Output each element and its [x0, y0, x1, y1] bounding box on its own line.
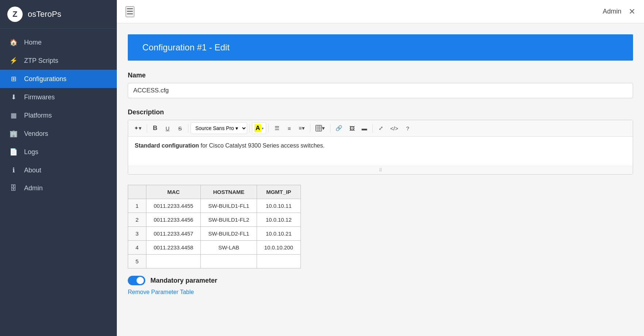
table-row: 5: [128, 255, 301, 268]
sidebar-logo: Z osTeroPs: [0, 0, 117, 29]
cell-0-1[interactable]: 0011.2233.4455: [146, 199, 201, 213]
toolbar-separator-5: [310, 124, 310, 133]
cell-1-0: 2: [128, 213, 146, 227]
cell-4-2[interactable]: [201, 255, 257, 268]
sidebar-item-vendors[interactable]: 🏢Vendors: [0, 125, 117, 143]
sidebar-item-logs[interactable]: 📄Logs: [0, 143, 117, 161]
mandatory-label: Mandatory parameter: [150, 277, 217, 285]
link-button[interactable]: 🔗: [333, 122, 345, 134]
name-label: Name: [128, 72, 633, 79]
sidebar-label-platforms: Platforms: [24, 112, 52, 119]
ztp-scripts-icon: ⚡: [9, 57, 18, 65]
bullet-list-button[interactable]: ☰: [271, 122, 283, 134]
app-title: osTeroPs: [28, 9, 61, 19]
cell-4-1[interactable]: [146, 255, 201, 268]
editor-normal-text: for Cisco Catalyst 9300 Series access sw…: [199, 142, 325, 149]
close-button[interactable]: ✕: [629, 7, 635, 16]
sidebar-label-vendors: Vendors: [24, 130, 48, 138]
name-group: Name: [128, 72, 633, 98]
editor-bold-text: Standard configuration: [135, 142, 199, 149]
hamburger-button[interactable]: ☰: [126, 6, 134, 17]
table-header-2: HOSTNAME: [201, 185, 257, 199]
media-button[interactable]: ▬: [359, 122, 370, 134]
cell-2-1[interactable]: 0011.2233.4457: [146, 227, 201, 241]
mandatory-toggle[interactable]: [128, 276, 145, 285]
table-header-0: [128, 185, 146, 199]
logo-icon: Z: [7, 7, 23, 22]
align-button[interactable]: ≡▾: [296, 122, 308, 134]
cell-0-3[interactable]: 10.0.10.11: [257, 199, 300, 213]
cell-3-3[interactable]: 10.0.10.200: [257, 241, 300, 255]
topbar: ☰ Admin ✕: [117, 0, 644, 23]
editor-toolbar: ✦▾ B U S Source Sans Pro ▾ A ▾ ☰: [128, 120, 633, 137]
about-icon: ℹ: [9, 166, 18, 174]
cell-0-0: 1: [128, 199, 146, 213]
edit-form: Name Description ✦▾ B U S Source Sans Pr…: [117, 72, 644, 295]
sidebar-label-logs: Logs: [24, 148, 38, 156]
bold-button[interactable]: B: [149, 122, 161, 134]
sidebar-item-home[interactable]: 🏠Home: [0, 33, 117, 51]
rich-text-editor: ✦▾ B U S Source Sans Pro ▾ A ▾ ☰: [128, 120, 633, 175]
topbar-right: Admin ✕: [603, 7, 635, 16]
table-row: 30011.2233.4457SW-BUILD2-FL110.0.10.21: [128, 227, 301, 241]
cell-3-1[interactable]: 0011.2233.4458: [146, 241, 201, 255]
toolbar-separator-7: [372, 124, 373, 133]
admin-icon: 🗄: [9, 184, 18, 192]
parameter-table: MACHOSTNAMEMGMT_IP 10011.2233.4455SW-BUI…: [128, 185, 301, 268]
cell-1-1[interactable]: 0011.2233.4456: [146, 213, 201, 227]
table-body: 10011.2233.4455SW-BUILD1-FL110.0.10.1120…: [128, 199, 301, 268]
magic-toolbar-button[interactable]: ✦▾: [131, 122, 145, 134]
image-button[interactable]: 🖼: [346, 122, 358, 134]
cell-2-0: 3: [128, 227, 146, 241]
cell-3-2[interactable]: SW-LAB: [201, 241, 257, 255]
sidebar-item-platforms[interactable]: ▦Platforms: [0, 106, 117, 125]
fullscreen-button[interactable]: ⤢: [375, 122, 387, 134]
cell-3-0: 4: [128, 241, 146, 255]
toolbar-separator-6: [330, 124, 330, 133]
highlight-dropdown-icon: ▾: [262, 126, 264, 130]
sidebar-label-home: Home: [24, 39, 42, 46]
table-icon: [315, 125, 322, 131]
remove-parameter-table-link[interactable]: Remove Parameter Table: [128, 289, 194, 295]
cell-1-2[interactable]: SW-BUILD1-FL2: [201, 213, 257, 227]
sidebar-label-admin: Admin: [24, 184, 43, 192]
content-area: Configuration #1 - Edit Name Description…: [117, 23, 644, 336]
sidebar-item-firmwares[interactable]: ⬇Firmwares: [0, 88, 117, 106]
toolbar-separator-1: [147, 124, 147, 133]
home-icon: 🏠: [9, 38, 18, 46]
code-button[interactable]: </>: [387, 122, 401, 134]
description-group: Description ✦▾ B U S Source Sans Pro ▾ A: [128, 108, 633, 175]
cell-4-3[interactable]: [257, 255, 300, 268]
highlight-color-button[interactable]: A ▾: [252, 122, 266, 134]
table-header-1: MAC: [146, 185, 201, 199]
underline-button[interactable]: U: [162, 122, 173, 134]
sidebar-label-about: About: [24, 167, 41, 174]
cell-0-2[interactable]: SW-BUILD1-FL1: [201, 199, 257, 213]
svg-rect-0: [316, 125, 322, 131]
cell-1-3[interactable]: 10.0.10.12: [257, 213, 300, 227]
table-button[interactable]: ▾: [313, 122, 328, 134]
description-label: Description: [128, 108, 633, 116]
editor-resize-handle[interactable]: ⠿: [128, 166, 633, 174]
strikethrough-button[interactable]: S: [174, 122, 186, 134]
page-header: Configuration #1 - Edit: [128, 34, 633, 61]
sidebar-item-ztp-scripts[interactable]: ⚡ZTP Scripts: [0, 51, 117, 70]
table-head: MACHOSTNAMEMGMT_IP: [128, 185, 301, 199]
cell-2-3[interactable]: 10.0.10.21: [257, 227, 300, 241]
toolbar-separator-3: [249, 124, 250, 133]
numbered-list-button[interactable]: ≡: [283, 122, 295, 134]
sidebar-item-about[interactable]: ℹAbout: [0, 161, 117, 179]
highlight-a-icon: A: [254, 124, 261, 132]
logs-icon: 📄: [9, 148, 18, 156]
sidebar-item-admin[interactable]: 🗄Admin: [0, 179, 117, 197]
cell-2-2[interactable]: SW-BUILD2-FL1: [201, 227, 257, 241]
sidebar-label-firmwares: Firmwares: [24, 93, 55, 101]
font-selector[interactable]: Source Sans Pro ▾: [191, 122, 247, 134]
name-input[interactable]: [128, 83, 633, 98]
help-button[interactable]: ?: [402, 122, 414, 134]
toolbar-separator-2: [188, 124, 188, 133]
main-area: ☰ Admin ✕ Configuration #1 - Edit Name D…: [117, 0, 644, 336]
toolbar-separator-4: [268, 124, 269, 133]
sidebar-item-configurations[interactable]: ⊞Configurations: [0, 70, 117, 88]
editor-body[interactable]: Standard configuration for Cisco Catalys…: [128, 137, 633, 166]
